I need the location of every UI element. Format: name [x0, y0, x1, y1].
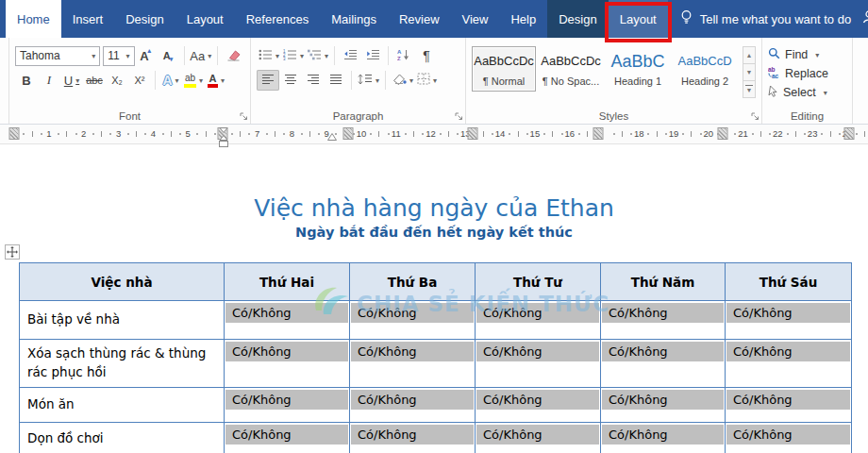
gallery-more-button[interactable]: ▼ — [743, 80, 756, 98]
tell-me-box[interactable]: Tell me what you want to do — [668, 0, 862, 38]
sign-in-button[interactable] — [862, 0, 868, 38]
column-header[interactable]: Thứ Sáu — [726, 263, 852, 301]
font-name-combo[interactable]: Tahoma ▾ — [15, 46, 100, 66]
value-cell[interactable]: Có/Không — [476, 340, 601, 388]
multilevel-list-button[interactable]: ▾ — [306, 45, 330, 66]
gallery-scroll-down-button[interactable]: ▼ — [743, 63, 756, 81]
increase-indent-button[interactable] — [361, 45, 384, 66]
numbering-button[interactable]: 123▾ — [281, 45, 306, 66]
form-field-value[interactable]: Có/Không — [726, 425, 850, 445]
text-effects-button[interactable]: A▾ — [159, 70, 182, 91]
chore-label-cell[interactable]: Bài tập về nhà — [20, 301, 225, 340]
document-page[interactable]: Việc nhà hàng ngày của Ethan Ngày bắt đầ… — [0, 144, 868, 453]
column-header[interactable]: Thứ Hai — [225, 263, 350, 301]
tab-mailings[interactable]: Mailings — [320, 0, 388, 38]
tab-layout[interactable]: Layout — [175, 0, 235, 38]
form-field-value[interactable]: Có/Không — [225, 390, 348, 410]
bold-button[interactable]: B — [15, 70, 38, 91]
form-field-value[interactable]: Có/Không — [225, 303, 348, 323]
value-cell[interactable]: Có/Không — [350, 388, 476, 423]
style-card-2[interactable]: AaBbCHeading 1 — [606, 46, 670, 92]
column-header[interactable]: Việc nhà — [20, 263, 225, 301]
form-field-value[interactable]: Có/Không — [602, 390, 724, 410]
chore-label-cell[interactable]: Dọn đồ chơi — [20, 423, 225, 453]
form-field-value[interactable]: Có/Không — [351, 425, 474, 445]
align-left-button[interactable] — [257, 70, 279, 91]
justify-button[interactable] — [325, 70, 347, 91]
highlight-button[interactable]: ab ▾ — [182, 70, 205, 91]
value-cell[interactable]: Có/Không — [726, 340, 852, 388]
form-field-value[interactable]: Có/Không — [476, 342, 599, 361]
value-cell[interactable]: Có/Không — [476, 423, 601, 453]
tab-review[interactable]: Review — [388, 0, 451, 38]
column-header[interactable]: Thứ Ba — [350, 263, 476, 301]
italic-button[interactable]: I — [38, 70, 60, 91]
contextual-tab-design[interactable]: Design — [547, 0, 608, 38]
superscript-button[interactable]: X² — [128, 70, 151, 91]
form-field-value[interactable]: Có/Không — [602, 303, 724, 323]
clear-formatting-button[interactable] — [222, 45, 244, 66]
chore-label-cell[interactable]: Món ăn — [20, 388, 225, 423]
select-button[interactable]: Select ▾ — [768, 83, 846, 102]
table-move-handle[interactable] — [5, 244, 20, 260]
value-cell[interactable]: Có/Không — [476, 301, 601, 340]
tab-view[interactable]: View — [451, 0, 500, 38]
form-field-value[interactable]: Có/Không — [351, 390, 474, 410]
tab-references[interactable]: References — [235, 0, 320, 38]
form-field-value[interactable]: Có/Không — [476, 303, 599, 323]
contextual-tab-layout[interactable]: Layout — [609, 0, 668, 38]
font-color-button[interactable]: A ▾ — [205, 70, 227, 91]
form-field-value[interactable]: Có/Không — [351, 342, 474, 361]
borders-button[interactable]: ▾ — [415, 70, 439, 91]
tab-design[interactable]: Design — [114, 0, 175, 38]
align-right-button[interactable] — [302, 70, 325, 91]
value-cell[interactable]: Có/Không — [726, 423, 852, 453]
shrink-font-button[interactable]: A▾ — [158, 45, 180, 66]
document-subtitle[interactable]: Ngày bắt đầu đến hết ngày kết thúc — [0, 225, 868, 240]
bullets-button[interactable]: ▾ — [257, 45, 281, 66]
value-cell[interactable]: Có/Không — [350, 301, 476, 340]
indent-marker[interactable] — [220, 127, 228, 141]
style-card-1[interactable]: AaBbCcDc¶ No Spac... — [539, 46, 603, 92]
strikethrough-button[interactable]: abc — [83, 70, 106, 91]
document-title[interactable]: Việc nhà hàng ngày của Ethan — [0, 194, 868, 222]
value-cell[interactable]: Có/Không — [225, 423, 350, 453]
value-cell[interactable]: Có/Không — [225, 340, 350, 388]
find-button[interactable]: Find ▾ — [768, 45, 846, 64]
decrease-indent-button[interactable] — [339, 45, 361, 66]
line-spacing-button[interactable]: ▾ — [356, 70, 381, 91]
tab-help[interactable]: Help — [499, 0, 547, 38]
value-cell[interactable]: Có/Không — [476, 388, 601, 423]
align-center-button[interactable] — [279, 70, 302, 91]
form-field-value[interactable]: Có/Không — [225, 425, 348, 445]
chore-table[interactable]: Việc nhàThứ HaiThứ BaThứ TưThứ NămThứ Sá… — [19, 262, 852, 453]
form-field-value[interactable]: Có/Không — [726, 342, 850, 361]
value-cell[interactable]: Có/Không — [350, 423, 476, 453]
form-field-value[interactable]: Có/Không — [476, 390, 599, 410]
form-field-value[interactable]: Có/Không — [726, 390, 850, 410]
value-cell[interactable]: Có/Không — [726, 301, 852, 340]
value-cell[interactable]: Có/Không — [601, 388, 726, 423]
replace-button[interactable]: abac Replace — [768, 64, 846, 83]
chore-label-cell[interactable]: Xóa sạch thùng rác & thùng rác phục hồi — [20, 340, 225, 388]
gallery-scroll-up-button[interactable]: ▲ — [743, 46, 756, 64]
horizontal-ruler[interactable]: 123457891011121314151618192021222324 — [0, 125, 868, 144]
underline-button[interactable]: U▾ — [60, 70, 83, 91]
value-cell[interactable]: Có/Không — [601, 340, 726, 388]
value-cell[interactable]: Có/Không — [225, 301, 350, 340]
value-cell[interactable]: Có/Không — [601, 423, 726, 453]
form-field-value[interactable]: Có/Không — [476, 425, 599, 445]
font-dialog-launcher[interactable] — [240, 112, 248, 121]
font-size-combo[interactable]: 11 ▾ — [103, 46, 134, 66]
tab-insert[interactable]: Insert — [61, 0, 115, 38]
style-card-3[interactable]: AaBbCcDHeading 2 — [673, 46, 737, 92]
paragraph-dialog-launcher[interactable] — [455, 112, 463, 121]
sort-button[interactable]: AZ — [392, 45, 415, 66]
styles-dialog-launcher[interactable] — [751, 112, 760, 121]
change-case-button[interactable]: Aa▾ — [189, 45, 213, 66]
shading-button[interactable]: ▾ — [390, 70, 415, 91]
form-field-value[interactable]: Có/Không — [602, 425, 724, 445]
form-field-value[interactable]: Có/Không — [351, 303, 474, 323]
right-indent-marker[interactable] — [327, 133, 337, 141]
tab-home[interactable]: Home — [6, 0, 61, 38]
